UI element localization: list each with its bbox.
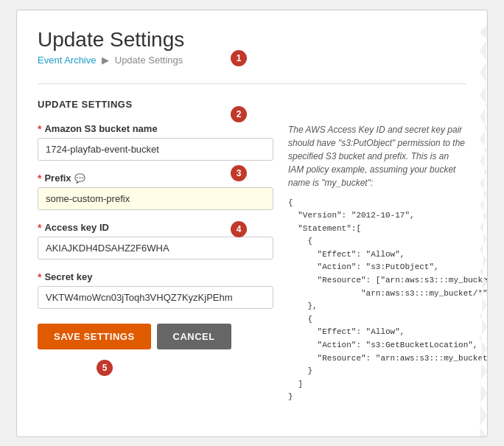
badge-2: 2 xyxy=(231,106,247,122)
required-star-1: * xyxy=(38,123,41,135)
bucket-group: * Amazon S3 bucket name xyxy=(38,123,273,161)
breadcrumb-parent[interactable]: Event Archive xyxy=(38,55,97,66)
required-star-2: * xyxy=(38,173,41,184)
prefix-info-icon[interactable]: 💬 xyxy=(74,173,85,184)
section-header: UPDATE SETTINGS xyxy=(38,99,466,110)
divider xyxy=(38,83,466,84)
badge-4: 4 xyxy=(231,221,247,237)
prefix-input[interactable] xyxy=(38,187,273,210)
page-title: Update Settings xyxy=(38,28,466,52)
code-block: { "Version": "2012-10-17", "Statement":[… xyxy=(288,197,466,405)
info-column: The AWS Access Key ID and secret key pai… xyxy=(288,123,466,405)
secret-key-label: * Secret key xyxy=(38,271,273,283)
content-area: * Amazon S3 bucket name * Prefix 💬 * Acc… xyxy=(38,123,466,405)
bucket-label: * Amazon S3 bucket name xyxy=(38,123,273,135)
required-star-3: * xyxy=(38,222,41,234)
secret-key-input[interactable] xyxy=(38,286,273,309)
prefix-label-text: Prefix xyxy=(44,173,71,184)
info-text: The AWS Access Key ID and secret key pai… xyxy=(288,123,466,189)
breadcrumb-current: Update Settings xyxy=(115,55,183,66)
save-button[interactable]: SAVE SETTINGS xyxy=(38,324,151,349)
badge-1: 1 xyxy=(231,50,247,66)
badge-5: 5 xyxy=(97,360,113,376)
buttons-row: SAVE SETTINGS CANCEL 5 xyxy=(38,324,273,349)
bucket-label-text: Amazon S3 bucket name xyxy=(44,123,157,134)
breadcrumb: Event Archive ▶ Update Settings xyxy=(38,55,466,66)
breadcrumb-separator: ▶ xyxy=(102,55,112,66)
access-key-input[interactable] xyxy=(38,237,273,259)
access-key-label-text: Access key ID xyxy=(44,222,108,233)
badge-3: 3 xyxy=(231,165,247,181)
cancel-button[interactable]: CANCEL xyxy=(157,324,231,349)
bucket-input[interactable] xyxy=(38,138,273,161)
secret-key-label-text: Secret key xyxy=(44,271,92,282)
secret-key-group: * Secret key xyxy=(38,271,273,309)
required-star-4: * xyxy=(38,271,41,283)
